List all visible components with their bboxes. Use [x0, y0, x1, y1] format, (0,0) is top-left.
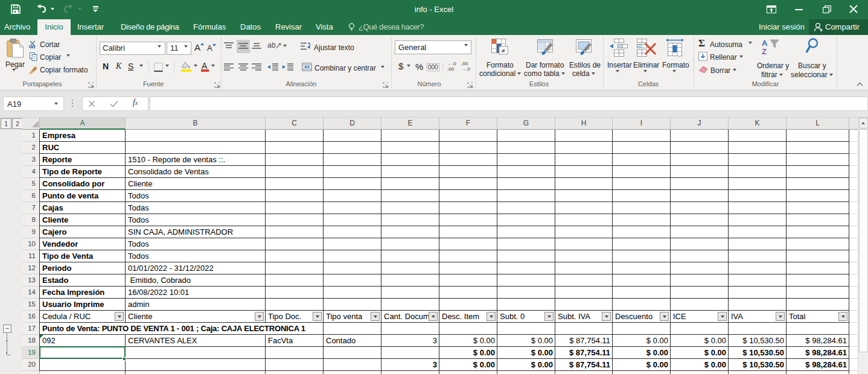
svg-text:A: A — [762, 39, 768, 48]
svg-text:≠: ≠ — [502, 47, 505, 54]
svg-text:Z: Z — [762, 47, 767, 55]
